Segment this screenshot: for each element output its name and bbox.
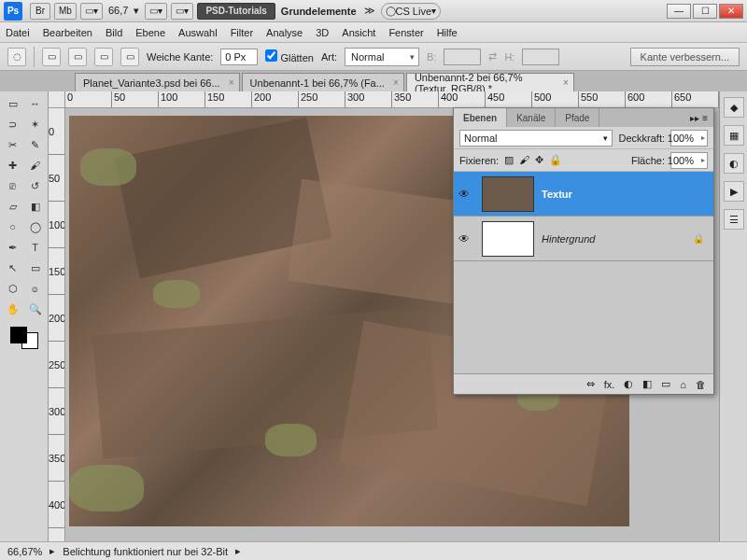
- crop-tool[interactable]: ✂: [3, 135, 23, 154]
- new-layer-icon[interactable]: ⌂: [680, 379, 686, 390]
- new-selection-icon[interactable]: ▭: [42, 48, 61, 66]
- blur-tool[interactable]: ○: [3, 217, 23, 236]
- tab-kanaele[interactable]: Kanäle: [507, 108, 556, 127]
- stamp-tool[interactable]: ⎚: [3, 176, 23, 195]
- antialias-checkbox[interactable]: Glätten: [265, 49, 314, 63]
- current-tool-icon[interactable]: ◌: [7, 48, 26, 66]
- menu-analyse[interactable]: Analyse: [266, 27, 303, 38]
- menu-datei[interactable]: Datei: [6, 27, 30, 38]
- text-tool[interactable]: T: [25, 238, 46, 257]
- tab-ebenen[interactable]: Ebenen: [454, 108, 507, 127]
- ruler-vertical[interactable]: 050100150200250300350400: [49, 108, 65, 541]
- tab-pfade[interactable]: Pfade: [556, 108, 599, 127]
- close-icon[interactable]: ×: [563, 77, 569, 88]
- menu-3d[interactable]: 3D: [316, 27, 329, 38]
- view-extras-button[interactable]: ▭▾: [145, 3, 167, 20]
- menu-ebene[interactable]: Ebene: [135, 27, 165, 38]
- panel-menu-icon[interactable]: ▸▸ ≡: [684, 113, 713, 123]
- add-selection-icon[interactable]: ▭: [68, 48, 87, 66]
- adjustment-layer-icon[interactable]: ◧: [642, 378, 652, 390]
- history-panel-icon[interactable]: ▶: [724, 181, 744, 202]
- refine-edge-button[interactable]: Kante verbessern...: [630, 48, 740, 66]
- layer-row[interactable]: 👁 Hintergrund 🔒: [454, 217, 713, 261]
- doc-tab-1[interactable]: Planet_Variante3.psd bei 66...×: [75, 73, 240, 91]
- tutorials-button[interactable]: PSD-Tutorials: [197, 3, 275, 20]
- shape-tool[interactable]: ▭: [25, 259, 46, 277]
- style-select[interactable]: Normal: [345, 48, 419, 66]
- layers-panel[interactable]: Ebenen Kanäle Pfade ▸▸ ≡ Normal Deckkraf…: [453, 107, 714, 395]
- lock-position-icon[interactable]: ✥: [535, 154, 543, 166]
- trash-icon[interactable]: 🗑: [696, 379, 706, 390]
- feather-input[interactable]: 0 Px: [220, 49, 258, 65]
- marquee-tool[interactable]: ▭: [3, 94, 23, 113]
- brush-tool[interactable]: 🖌: [25, 156, 46, 175]
- screen-mode-button[interactable]: ▭▾: [80, 3, 103, 20]
- zoom-tool[interactable]: 🔍: [25, 300, 46, 318]
- link-layers-icon[interactable]: ⇔: [586, 378, 595, 390]
- move-tool[interactable]: ↔: [25, 94, 46, 113]
- camera-tool[interactable]: ⌾: [25, 279, 46, 298]
- menu-bearbeiten[interactable]: Bearbeiten: [43, 27, 92, 38]
- layer-row[interactable]: 👁 Textur: [454, 172, 713, 217]
- zoom-display[interactable]: 66,7 ▾: [108, 5, 140, 17]
- menu-hilfe[interactable]: Hilfe: [437, 27, 458, 38]
- layer-thumbnail[interactable]: [482, 221, 534, 257]
- eraser-tool[interactable]: ▱: [3, 197, 23, 216]
- lock-all-icon[interactable]: 🔒: [549, 154, 562, 166]
- gradient-tool[interactable]: ◧: [25, 197, 46, 216]
- lock-transparent-icon[interactable]: ▨: [504, 154, 514, 166]
- history-brush-tool[interactable]: ↺: [25, 176, 46, 195]
- eyedropper-tool[interactable]: ✎: [25, 135, 46, 154]
- layer-thumbnail[interactable]: [482, 176, 534, 212]
- fill-input[interactable]: 100%: [670, 152, 708, 169]
- color-swatches[interactable]: [8, 325, 40, 351]
- doc-tab-3[interactable]: Unbenannt-2 bei 66,7% (Textur, RGB/8) *×: [406, 73, 574, 91]
- menu-fenster[interactable]: Fenster: [388, 27, 423, 38]
- wand-tool[interactable]: ✶: [25, 115, 46, 133]
- fx-icon[interactable]: fx.: [604, 379, 615, 390]
- layer-name[interactable]: Textur: [542, 189, 713, 200]
- minimize-button[interactable]: —: [667, 4, 691, 19]
- feather-label: Weiche Kante:: [147, 51, 213, 63]
- close-icon[interactable]: ×: [229, 77, 234, 88]
- minibridge-button[interactable]: Mb: [54, 3, 77, 20]
- menu-bild[interactable]: Bild: [106, 27, 122, 38]
- bridge-button[interactable]: Br: [30, 3, 50, 20]
- subtract-selection-icon[interactable]: ▭: [94, 48, 113, 66]
- color-panel-icon[interactable]: ◆: [724, 97, 744, 118]
- group-icon[interactable]: ▭: [661, 378, 670, 390]
- menu-auswahl[interactable]: Auswahl: [178, 27, 218, 38]
- 3d-tool[interactable]: ⬡: [3, 279, 23, 298]
- adjustments-panel-icon[interactable]: ◐: [724, 153, 744, 174]
- ruler-horizontal[interactable]: 050100150200250300350400450500550600650: [65, 91, 719, 108]
- menu-filter[interactable]: Filter: [231, 27, 253, 38]
- close-button[interactable]: ✕: [719, 4, 743, 19]
- doc-tab-2[interactable]: Unbenannt-1 bei 66,7% (Fa...×: [242, 73, 404, 91]
- opacity-input[interactable]: 100%: [670, 130, 708, 147]
- close-icon[interactable]: ×: [393, 77, 399, 88]
- layer-name[interactable]: Hintergrund: [542, 233, 693, 245]
- dodge-tool[interactable]: ◯: [25, 217, 46, 236]
- visibility-icon[interactable]: 👁: [454, 188, 474, 201]
- foreground-swatch[interactable]: [10, 327, 27, 343]
- hand-tool[interactable]: ✋: [3, 300, 23, 318]
- pen-tool[interactable]: ✒: [3, 238, 23, 257]
- blend-mode-select[interactable]: Normal: [459, 130, 613, 147]
- visibility-icon[interactable]: 👁: [454, 232, 474, 245]
- lasso-tool[interactable]: ⊃: [3, 115, 23, 133]
- menu-ansicht[interactable]: Ansicht: [342, 27, 375, 38]
- workspace-more[interactable]: ≫: [364, 5, 375, 17]
- cslive-button[interactable]: ◯ CS Live ▾: [381, 3, 442, 20]
- status-zoom[interactable]: 66,67%: [7, 546, 42, 557]
- intersect-selection-icon[interactable]: ▭: [120, 48, 139, 66]
- lock-icon: 🔒: [693, 233, 704, 244]
- mask-icon[interactable]: ◐: [624, 378, 633, 390]
- swatches-panel-icon[interactable]: ▦: [724, 125, 744, 146]
- maximize-button[interactable]: ☐: [693, 4, 717, 19]
- path-tool[interactable]: ↖: [3, 259, 23, 277]
- lock-pixels-icon[interactable]: 🖌: [519, 154, 529, 166]
- workspace-label[interactable]: Grundelemente: [281, 6, 357, 17]
- layers-panel-icon[interactable]: ☰: [724, 209, 744, 230]
- heal-tool[interactable]: ✚: [3, 156, 23, 175]
- arrange-button[interactable]: ▭▾: [171, 3, 193, 20]
